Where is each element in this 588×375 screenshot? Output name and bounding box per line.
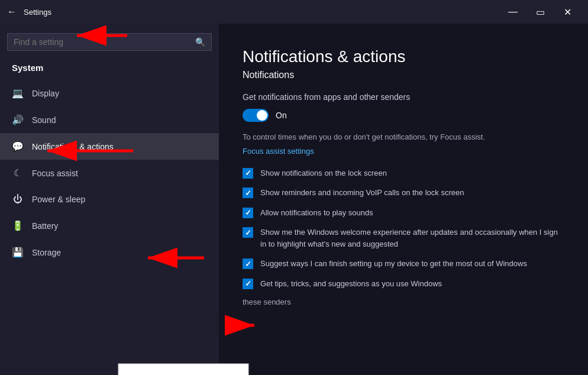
sidebar-item-display[interactable]: 💻 Display — [0, 80, 219, 106]
checkbox-reminders-label: Show reminders and incoming VoIP calls o… — [260, 187, 464, 199]
search-input[interactable] — [14, 37, 190, 47]
close-button[interactable]: ✕ — [554, 0, 581, 24]
sidebar: 🔍 System 💻 Display 🔊 Sound 💬 Notificatio… — [0, 24, 219, 375]
sidebar-item-focus-assist-label: Focus assist — [32, 169, 78, 178]
page-title: Notifications & actions — [243, 47, 560, 66]
notifications-toggle-row: On — [243, 109, 560, 122]
sound-icon: 🔊 — [12, 114, 24, 125]
notif-description: Get notifications from apps and other se… — [243, 92, 560, 102]
title-bar: ← Settings — ▭ ✕ — [0, 0, 588, 24]
checkbox-play-sounds-input[interactable] — [243, 208, 253, 218]
checkbox-tips: Get tips, tricks, and suggestions as you… — [243, 278, 560, 290]
sidebar-item-notifications[interactable]: 💬 Notifications & actions — [0, 133, 219, 160]
system-label: System — [0, 60, 219, 80]
search-bar[interactable]: 🔍 — [7, 33, 212, 51]
checkbox-welcome: Show me the Windows welcome experience a… — [243, 227, 560, 250]
notifications-toggle[interactable] — [243, 109, 269, 122]
sidebar-item-storage-label: Storage — [32, 248, 61, 257]
checkbox-play-sounds-label: Allow notifications to play sounds — [260, 207, 373, 219]
sidebar-item-sound[interactable]: 🔊 Sound — [0, 106, 219, 133]
checkbox-welcome-label: Show me the Windows welcome experience a… — [260, 227, 560, 250]
content-area: Notifications & actions Notifications Ge… — [219, 24, 588, 375]
checkbox-tips-input[interactable] — [243, 279, 253, 289]
maximize-button[interactable]: ▭ — [526, 0, 554, 24]
section-title: Notifications — [243, 70, 560, 80]
sidebar-item-power-sleep[interactable]: ⏻ Power & sleep — [0, 186, 219, 212]
checkbox-suggest-ways: Suggest ways I can finish setting up my … — [243, 258, 560, 270]
checkbox-lock-screen: Show notifications on the lock screen — [243, 167, 560, 179]
window-controls: — ▭ ✕ — [499, 0, 581, 24]
sidebar-item-battery[interactable]: 🔋 Battery — [0, 212, 219, 239]
main-layout: 🔍 System 💻 Display 🔊 Sound 💬 Notificatio… — [0, 24, 588, 375]
focus-assist-link[interactable]: Focus assist settings — [243, 147, 560, 156]
power-sleep-icon: ⏻ — [12, 194, 24, 205]
checkbox-reminders-input[interactable] — [243, 188, 253, 198]
sidebar-item-power-sleep-label: Power & sleep — [32, 195, 85, 204]
checkbox-lock-screen-label: Show notifications on the lock screen — [260, 167, 387, 179]
battery-icon: 🔋 — [12, 220, 24, 231]
sidebar-item-notifications-label: Notifications & actions — [32, 142, 114, 151]
toggle-label: On — [276, 111, 287, 120]
focus-assist-icon: ☾ — [12, 167, 24, 179]
checkbox-welcome-input[interactable] — [243, 227, 253, 238]
minimize-button[interactable]: — — [499, 0, 526, 24]
app-title: Settings — [24, 8, 51, 17]
back-button[interactable]: ← — [7, 7, 17, 17]
display-icon: 💻 — [12, 88, 24, 99]
storage-icon: 💾 — [12, 247, 24, 258]
checkbox-reminders: Show reminders and incoming VoIP calls o… — [243, 187, 560, 199]
checkbox-play-sounds: Allow notifications to play sounds — [243, 207, 560, 219]
checkbox-suggest-ways-input[interactable] — [243, 258, 253, 269]
sidebar-item-battery-label: Battery — [32, 221, 58, 231]
sidebar-item-sound-label: Sound — [32, 115, 56, 125]
search-icon[interactable]: 🔍 — [195, 37, 205, 47]
senders-section-text: these senders — [243, 298, 560, 306]
sidebar-item-focus-assist[interactable]: ☾ Focus assist — [0, 160, 219, 186]
notifications-icon: 💬 — [12, 141, 24, 152]
sidebar-item-storage[interactable]: 💾 Storage — [0, 239, 219, 266]
checkbox-suggest-ways-label: Suggest ways I can finish setting up my … — [260, 258, 527, 270]
checkbox-tips-label: Get tips, tricks, and suggestions as you… — [260, 278, 442, 290]
sidebar-item-display-label: Display — [32, 89, 59, 98]
checkbox-lock-screen-input[interactable] — [243, 168, 253, 179]
focus-assist-hint: To control times when you do or don't ge… — [243, 131, 560, 143]
